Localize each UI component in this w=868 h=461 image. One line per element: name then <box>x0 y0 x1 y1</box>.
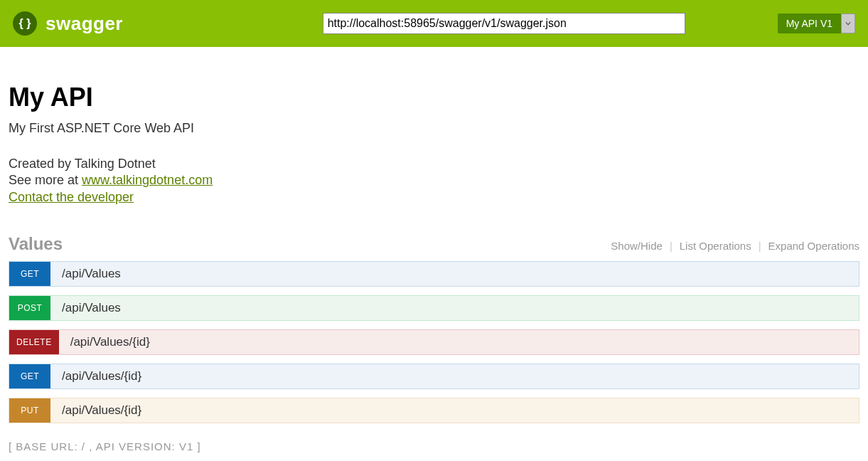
operation-row[interactable]: POST/api/Values <box>9 295 859 321</box>
operations-list: GET/api/ValuesPOST/api/ValuesDELETE/api/… <box>9 261 859 423</box>
method-badge[interactable]: PUT <box>9 398 50 423</box>
api-title: My API <box>9 83 859 112</box>
contact-link[interactable]: Contact the developer <box>9 190 134 204</box>
show-hide-link[interactable]: Show/Hide <box>611 240 663 252</box>
operation-path[interactable]: /api/Values <box>50 262 859 286</box>
api-description: My First ASP.NET Core Web API <box>9 121 859 136</box>
separator-icon: | <box>759 240 761 252</box>
operation-path[interactable]: /api/Values/{id} <box>50 364 859 388</box>
section-title[interactable]: Values <box>9 234 63 254</box>
swagger-icon: { } <box>13 11 37 36</box>
operation-path[interactable]: /api/Values/{id} <box>59 330 859 354</box>
section-actions: Show/Hide | List Operations | Expand Ope… <box>611 240 859 252</box>
base-url-footer: [ BASE URL: / , API VERSION: V1 ] <box>9 440 859 452</box>
separator-icon: | <box>670 240 673 252</box>
api-version-button[interactable]: My API V1 <box>778 14 841 33</box>
expand-operations-link[interactable]: Expand Operations <box>768 240 859 252</box>
operation-path[interactable]: /api/Values <box>50 296 859 320</box>
method-badge[interactable]: GET <box>9 262 50 286</box>
see-more-link[interactable]: www.talkingdotnet.com <box>82 173 213 187</box>
method-badge[interactable]: POST <box>9 296 50 320</box>
api-version-selector[interactable]: My API V1 <box>778 14 855 33</box>
api-info: Created by Talking Dotnet See more at ww… <box>9 156 859 206</box>
brand-text: swagger <box>45 13 123 35</box>
method-badge[interactable]: DELETE <box>9 330 59 354</box>
operation-row[interactable]: GET/api/Values/{id} <box>9 364 859 389</box>
operation-row[interactable]: DELETE/api/Values/{id} <box>9 329 859 355</box>
operation-row[interactable]: PUT/api/Values/{id} <box>9 398 859 423</box>
header-bar: { } swagger My API V1 <box>0 0 868 47</box>
operation-row[interactable]: GET/api/Values <box>9 261 859 287</box>
method-badge[interactable]: GET <box>9 364 50 388</box>
list-operations-link[interactable]: List Operations <box>680 240 751 252</box>
operation-path[interactable]: /api/Values/{id} <box>50 398 859 423</box>
brand-logo[interactable]: { } swagger <box>13 11 123 36</box>
chevron-down-icon[interactable] <box>841 14 855 33</box>
see-more-label: See more at <box>9 173 82 187</box>
created-by-label: Created by <box>9 157 75 171</box>
created-by-name: Talking Dotnet <box>75 157 156 171</box>
swagger-url-input[interactable] <box>323 13 685 34</box>
